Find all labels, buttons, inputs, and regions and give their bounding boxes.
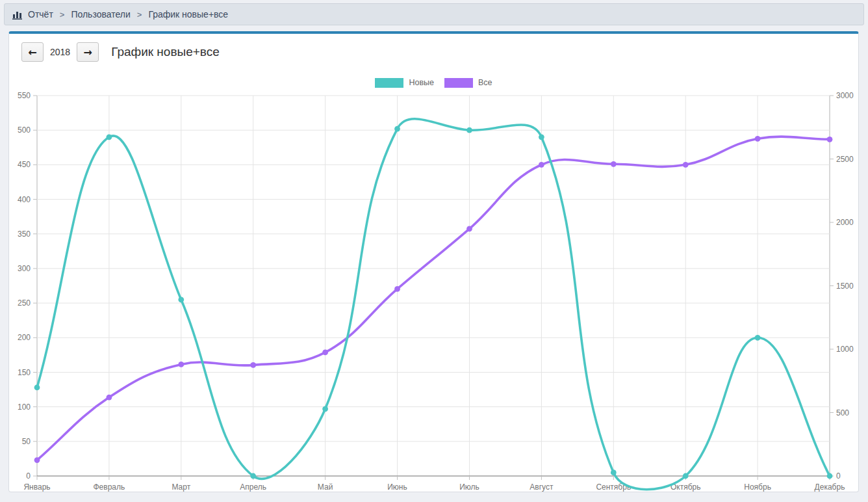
data-point-Все-Декабрь[interactable] <box>827 137 833 142</box>
data-point-Новые-Май[interactable] <box>322 406 328 412</box>
right-arrow-icon: → <box>83 46 92 59</box>
x-axis-label: Январь <box>23 482 50 492</box>
breadcrumb-item-current: График новые+все <box>148 9 228 20</box>
breadcrumb-separator: > <box>58 10 66 20</box>
chart-legend: Новые Все <box>9 76 858 89</box>
x-axis-label: Апрель <box>240 482 266 492</box>
data-point-Все-Январь[interactable] <box>34 457 40 463</box>
page-title: График новые+все <box>111 45 220 59</box>
data-point-Новые-Март[interactable] <box>178 297 184 302</box>
x-axis-label: Декабрь <box>815 482 845 492</box>
data-point-Новые-Октябрь[interactable] <box>683 473 689 479</box>
y-axis-label-left: 50 <box>22 437 31 446</box>
data-point-Новые-Ноябрь[interactable] <box>755 335 761 341</box>
breadcrumb-item-report[interactable]: Отчёт <box>28 9 53 20</box>
y-axis-label-right: 1000 <box>836 345 854 354</box>
breadcrumb: Отчёт > Пользователи > График новые+все <box>4 3 864 25</box>
legend-item-new[interactable]: Новые <box>375 78 434 88</box>
data-point-Все-Август[interactable] <box>539 162 544 168</box>
data-point-Все-Февраль[interactable] <box>107 395 112 401</box>
y-axis-label-left: 350 <box>18 230 31 239</box>
data-point-Новые-Февраль[interactable] <box>107 134 112 140</box>
legend-swatch-new <box>375 78 403 88</box>
line-chart: 0501001502002503003504004505005500500100… <box>9 89 857 492</box>
data-point-Новые-Июль[interactable] <box>466 127 472 133</box>
y-axis-label-right: 0 <box>836 471 841 481</box>
x-axis-label: Июль <box>459 482 479 492</box>
left-arrow-icon: ← <box>28 46 36 59</box>
report-panel: ← 2018 → График новые+все Новые Все 0501… <box>8 31 859 492</box>
y-axis-label-left: 200 <box>18 333 31 342</box>
data-point-Новые-Сентябрь[interactable] <box>611 469 617 475</box>
x-axis-label: Март <box>172 482 190 492</box>
next-year-button[interactable]: → <box>77 42 99 62</box>
y-axis-label-left: 450 <box>18 160 31 169</box>
data-point-Новые-Июнь[interactable] <box>394 126 400 132</box>
series-line-Новые <box>37 119 830 490</box>
y-axis-label-left: 550 <box>18 91 31 100</box>
x-axis-label: Май <box>318 482 333 492</box>
data-point-Все-Июнь[interactable] <box>394 286 400 292</box>
y-axis-label-right: 1500 <box>836 282 854 291</box>
legend-label-new: Новые <box>409 78 434 87</box>
data-point-Все-Июль[interactable] <box>466 226 472 231</box>
bar-chart-icon <box>12 10 23 20</box>
breadcrumb-separator: > <box>136 10 144 20</box>
y-axis-label-left: 100 <box>18 403 31 412</box>
data-point-Новые-Август[interactable] <box>539 134 544 140</box>
data-point-Все-Апрель[interactable] <box>250 362 256 368</box>
x-axis-label: Август <box>530 482 554 492</box>
y-axis-label-right: 500 <box>836 408 849 417</box>
y-axis-label-left: 250 <box>18 298 31 308</box>
y-axis-label-left: 500 <box>18 126 31 135</box>
y-axis-label-left: 300 <box>18 264 31 273</box>
data-point-Новые-Январь[interactable] <box>34 385 40 391</box>
data-point-Все-Октябрь[interactable] <box>683 162 689 168</box>
toolbar: ← 2018 → График новые+все <box>9 34 858 71</box>
legend-label-all: Все <box>478 78 492 87</box>
x-axis-label: Июнь <box>387 482 407 492</box>
data-point-Все-Март[interactable] <box>178 362 184 367</box>
y-axis-label-left: 150 <box>18 368 31 377</box>
legend-swatch-all <box>444 78 473 88</box>
year-label: 2018 <box>49 47 71 57</box>
y-axis-label-right: 3000 <box>836 91 854 100</box>
y-axis-label-right: 2500 <box>836 155 854 164</box>
x-axis-label: Февраль <box>94 482 125 492</box>
data-point-Все-Сентябрь[interactable] <box>611 161 617 167</box>
chart-area: 0501001502002503003504004505005500500100… <box>9 89 858 492</box>
prev-year-button[interactable]: ← <box>21 42 44 62</box>
data-point-Все-Май[interactable] <box>322 350 328 356</box>
data-point-Все-Ноябрь[interactable] <box>755 136 761 142</box>
x-axis-label: Ноябрь <box>744 482 771 492</box>
data-point-Новые-Декабрь[interactable] <box>827 473 833 479</box>
legend-item-all[interactable]: Все <box>444 78 492 88</box>
y-axis-label-left: 400 <box>18 195 31 204</box>
data-point-Новые-Апрель[interactable] <box>250 473 256 479</box>
series-line-Все <box>37 137 830 460</box>
y-axis-label-right: 2000 <box>836 218 854 227</box>
breadcrumb-item-users[interactable]: Пользователи <box>71 9 130 20</box>
y-axis-label-left: 0 <box>26 471 31 481</box>
